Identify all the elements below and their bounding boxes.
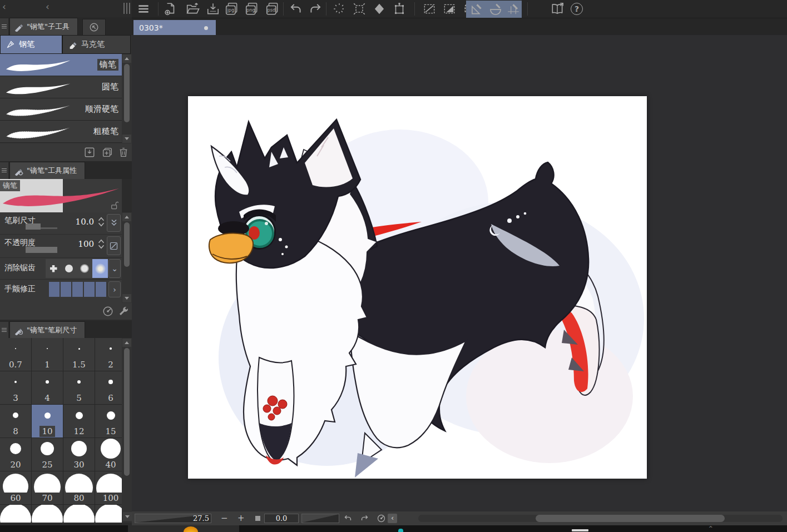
size-cell[interactable]: 1.5 [63, 338, 95, 371]
selection-fill-icon[interactable] [442, 2, 457, 16]
scroll-down-icon[interactable] [123, 512, 132, 521]
size-cell[interactable]: 1 [32, 338, 63, 371]
taskbar-flower-icon[interactable] [184, 526, 198, 532]
brush-size-value[interactable]: 10.0 [76, 217, 94, 227]
stabilization-segment[interactable] [49, 282, 60, 297]
opacity-effect-button[interactable] [107, 236, 121, 255]
antialias-medium-option[interactable] [77, 259, 92, 278]
scrollbar-thumb[interactable] [124, 348, 130, 476]
size-cell-clipped[interactable] [63, 505, 95, 523]
wrench-icon[interactable] [117, 305, 130, 317]
subtool-panel-tab[interactable]: "钢笔"子工具 [9, 18, 78, 35]
delete-brush-icon[interactable] [117, 146, 130, 158]
select-again-icon[interactable] [352, 2, 367, 16]
undo-icon[interactable] [289, 2, 303, 16]
tool-property-tab[interactable]: "镝笔"工具属性 [9, 162, 85, 179]
import-brush-icon[interactable] [83, 146, 96, 158]
brush-row[interactable]: 顺滑硬笔 [0, 98, 122, 121]
snap-grid-icon[interactable] [506, 2, 521, 16]
tool-property-scrollbar[interactable] [122, 212, 132, 303]
size-cell[interactable]: 2 [95, 338, 122, 371]
snap-special-ruler-icon[interactable] [488, 2, 503, 16]
scroll-up-icon[interactable] [122, 54, 131, 63]
selection-line-icon[interactable] [422, 2, 437, 16]
brush-list-scrollbar[interactable] [122, 54, 132, 143]
size-cell-selected[interactable]: 10 [32, 405, 63, 438]
opacity-slider[interactable] [26, 247, 57, 253]
taskbar-app-segment[interactable] [128, 525, 239, 532]
palette-back-icon[interactable]: ‹ [2, 1, 6, 12]
save-icon[interactable] [206, 2, 220, 16]
antialias-none-option[interactable] [46, 259, 61, 278]
size-cell-clipped[interactable] [0, 505, 32, 523]
scroll-down-icon[interactable] [122, 294, 131, 302]
stepper-icon[interactable] [97, 239, 105, 249]
tab-marker[interactable]: 马克笔 [62, 35, 131, 54]
scrollbar-thumb[interactable] [124, 222, 130, 267]
scrollbar-thumb[interactable] [536, 515, 725, 522]
rotate-left-icon[interactable] [343, 514, 353, 523]
size-cell-clipped[interactable] [95, 505, 122, 523]
panel-drag-handle[interactable] [123, 3, 130, 14]
size-cell-clipped[interactable] [32, 505, 63, 523]
rotate-right-icon[interactable] [360, 514, 369, 523]
size-cell[interactable]: 25 [32, 438, 63, 471]
subtool-panel-extra-tab[interactable] [82, 19, 106, 35]
stabilization-segment[interactable] [61, 282, 71, 297]
rotation-value[interactable]: 0.0 [264, 514, 299, 523]
zoom-reset-button[interactable] [255, 516, 260, 521]
rotation-slider[interactable] [301, 514, 339, 523]
size-cell[interactable]: 12 [63, 405, 95, 438]
export-jpg-icon[interactable]: jpg [225, 2, 239, 16]
panel-menu-icon[interactable] [0, 322, 8, 339]
export-png-icon[interactable]: png [245, 2, 259, 16]
menu-icon[interactable] [136, 2, 151, 16]
stepper-icon[interactable] [97, 217, 105, 227]
canvas-horizontal-scrollbar[interactable] [418, 515, 783, 522]
panel-menu-icon[interactable] [0, 18, 8, 35]
size-cell[interactable]: 100 [95, 471, 122, 505]
brush-row[interactable]: 粗糙笔 [0, 121, 122, 143]
brush-size-panel-tab[interactable]: "镝笔"笔刷尺寸 [9, 321, 85, 339]
size-cell[interactable]: 6 [95, 371, 122, 405]
opacity-value[interactable]: 100 [78, 239, 94, 249]
panel-menu-icon[interactable] [0, 162, 8, 179]
size-grid-scrollbar[interactable] [122, 338, 132, 523]
redo-icon[interactable] [308, 2, 323, 16]
deselect-icon[interactable] [332, 2, 347, 16]
taskbar-tray-caret[interactable]: ^ [709, 525, 713, 531]
new-file-icon[interactable] [163, 2, 177, 16]
collapse-bar-button[interactable]: ‹ [388, 514, 397, 523]
scrollbar-thumb[interactable] [124, 64, 130, 122]
size-cell[interactable]: 4 [32, 371, 63, 405]
size-cell[interactable]: 20 [0, 438, 32, 471]
brush-size-options-button[interactable] [107, 214, 121, 232]
drawing-canvas[interactable] [188, 96, 647, 479]
snap-ruler-icon[interactable] [469, 2, 484, 16]
fill-icon[interactable] [372, 2, 387, 16]
brush-row[interactable]: 镝笔 [0, 54, 122, 76]
size-cell[interactable]: 8 [0, 405, 32, 438]
size-cell[interactable]: 70 [32, 471, 63, 505]
size-cell[interactable]: 5 [63, 371, 95, 405]
stabilization-segment[interactable] [96, 282, 106, 297]
stabilization-segment[interactable] [84, 282, 95, 297]
manual-icon[interactable] [550, 2, 565, 16]
scroll-down-icon[interactable] [122, 135, 131, 143]
reset-view-icon[interactable] [377, 514, 386, 523]
size-cell[interactable]: 30 [63, 438, 95, 471]
antialias-strong-option[interactable] [92, 259, 108, 278]
size-cell[interactable]: 0.7 [0, 338, 32, 371]
size-cell[interactable]: 60 [0, 471, 32, 505]
duplicate-brush-icon[interactable] [101, 146, 113, 158]
stabilization-expand-button[interactable]: › [108, 281, 121, 297]
size-cell[interactable]: 3 [0, 371, 32, 405]
taskbar-app-icon[interactable] [398, 529, 403, 532]
help-icon[interactable]: ? [571, 3, 583, 15]
document-tab[interactable]: 0303* [133, 20, 216, 35]
taskbar-app-icon[interactable] [572, 529, 588, 531]
palette-forward-icon[interactable]: ‹ [46, 1, 50, 12]
zoom-in-button[interactable]: + [237, 513, 245, 523]
export-psd-icon[interactable]: psd [265, 2, 280, 16]
antialias-weak-option[interactable] [61, 259, 77, 278]
